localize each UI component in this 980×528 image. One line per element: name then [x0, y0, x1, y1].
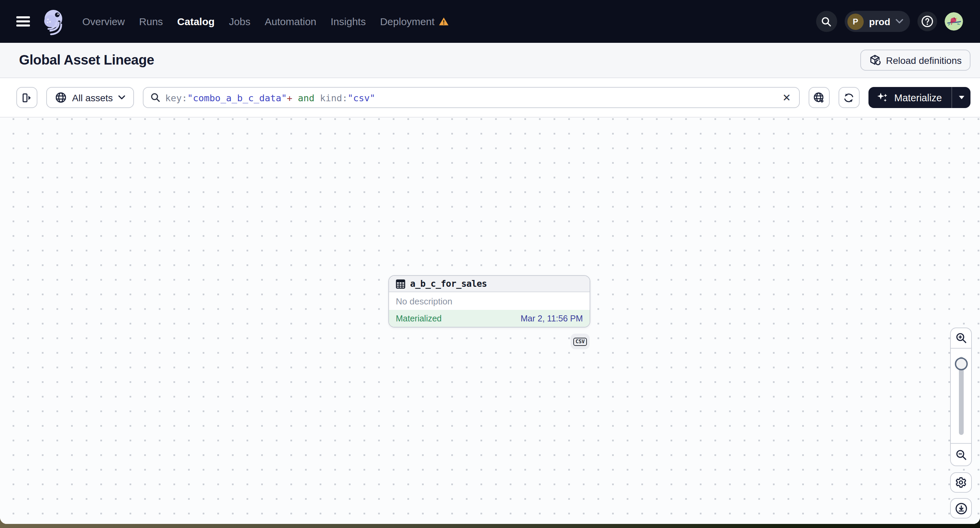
help-button[interactable] [918, 11, 937, 31]
warning-icon [439, 17, 449, 26]
top-nav: OverviewRunsCatalogJobsAutomationInsight… [0, 0, 980, 43]
asset-status-row: Materialized Mar 2, 11:56 PM [389, 310, 590, 327]
materialize-options-button[interactable] [951, 87, 970, 108]
search-button[interactable] [816, 11, 837, 32]
zoom-slider-handle[interactable] [955, 357, 967, 370]
query-token-operator: + [287, 92, 293, 103]
caret-down-icon [959, 96, 964, 99]
refresh-button[interactable] [838, 87, 860, 108]
asset-name: a_b_c_for_sales [410, 279, 487, 289]
asset-node-header: a_b_c_for_sales [389, 276, 590, 292]
query-token-keyword: and [293, 92, 320, 103]
search-query-text: key:"combo_a_b_c_data"+ and kind:"csv" [165, 92, 776, 103]
chevron-down-icon [896, 19, 903, 24]
zoom-slider-area [951, 349, 971, 443]
avatar-bird-image [945, 12, 963, 30]
nav-links: OverviewRunsCatalogJobsAutomationInsight… [82, 16, 449, 27]
open-sidebar-button[interactable] [16, 87, 37, 108]
zoom-in-button[interactable] [951, 328, 971, 349]
deployment-initial-badge: P [847, 13, 864, 30]
zoom-controls [950, 328, 972, 466]
nav-item-insights[interactable]: Insights [331, 16, 366, 27]
asset-kind-tag[interactable]: CSV [571, 334, 590, 349]
nav-item-label: Overview [82, 16, 125, 27]
download-icon [955, 502, 967, 515]
asset-search-input[interactable]: key:"combo_a_b_c_data"+ and kind:"csv" ✕ [143, 87, 800, 108]
nav-item-label: Runs [139, 16, 163, 27]
asset-description: No description [389, 292, 590, 310]
lineage-toolbar: All assets key:"combo_a_b_c_data"+ and k… [0, 78, 980, 117]
graph-settings-button[interactable] [950, 472, 972, 493]
nav-item-label: Automation [265, 16, 317, 27]
deployment-switcher[interactable]: P prod [845, 11, 910, 32]
page-title: Global Asset Lineage [19, 52, 154, 68]
materialize-button[interactable]: Materialize [869, 87, 951, 108]
reload-definitions-button[interactable]: Reload definitions [860, 49, 970, 71]
nav-item-automation[interactable]: Automation [265, 16, 317, 27]
menu-icon[interactable] [16, 16, 30, 27]
nav-item-overview[interactable]: Overview [82, 16, 125, 27]
nav-item-runs[interactable]: Runs [139, 16, 163, 27]
reload-definitions-label: Reload definitions [886, 55, 962, 66]
nav-right: P prod [816, 11, 963, 32]
table-icon [396, 279, 405, 289]
asset-scope-filter[interactable]: All assets [46, 87, 134, 108]
search-icon [821, 16, 832, 27]
page-header: Global Asset Lineage Reload definitions [0, 43, 980, 78]
lineage-canvas[interactable]: a_b_c_for_sales No description Materiali… [0, 117, 980, 524]
clear-search-icon[interactable]: ✕ [781, 91, 792, 104]
refresh-icon [844, 92, 854, 103]
materialize-split-button: Materialize [869, 87, 970, 108]
nav-item-label: Insights [331, 16, 366, 27]
materialize-label: Materialize [894, 92, 942, 103]
asset-scope-label: All assets [72, 92, 113, 103]
globe-plus-icon [813, 91, 825, 104]
globe-icon [55, 92, 67, 103]
screen: OverviewRunsCatalogJobsAutomationInsight… [0, 0, 980, 528]
app-window: OverviewRunsCatalogJobsAutomationInsight… [0, 0, 980, 524]
zoom-in-icon [955, 332, 967, 344]
gear-icon [955, 476, 967, 488]
query-token-field: key: [165, 92, 187, 103]
query-token-string: "combo_a_b_c_data" [187, 92, 287, 103]
nav-item-deployment[interactable]: Deployment [380, 16, 449, 27]
chevron-down-icon [118, 95, 125, 100]
asset-status-badge: Materialized [396, 314, 442, 323]
csv-kind-icon: CSV [573, 338, 587, 346]
dagster-logo[interactable] [41, 8, 66, 35]
query-token-field: kind: [320, 92, 347, 103]
question-icon [921, 15, 934, 28]
query-token-string: "csv" [347, 92, 375, 103]
user-avatar[interactable] [945, 12, 963, 30]
nav-item-label: Jobs [229, 16, 250, 27]
deployment-name: prod [869, 16, 890, 27]
asset-materialized-timestamp[interactable]: Mar 2, 11:56 PM [520, 314, 583, 323]
nav-item-label: Deployment [380, 16, 434, 27]
expand-scope-button[interactable] [809, 87, 830, 108]
nav-item-catalog[interactable]: Catalog [177, 16, 215, 27]
nav-item-label: Catalog [177, 16, 215, 27]
asset-node[interactable]: a_b_c_for_sales No description Materiali… [388, 275, 590, 328]
zoom-out-icon [955, 449, 967, 460]
search-icon [150, 92, 161, 103]
nav-item-jobs[interactable]: Jobs [229, 16, 250, 27]
download-graph-button[interactable] [950, 498, 972, 518]
sparkle-icon [877, 92, 888, 103]
panel-expand-icon [21, 92, 33, 103]
zoom-out-button[interactable] [951, 443, 971, 466]
reload-definitions-icon [869, 54, 880, 66]
